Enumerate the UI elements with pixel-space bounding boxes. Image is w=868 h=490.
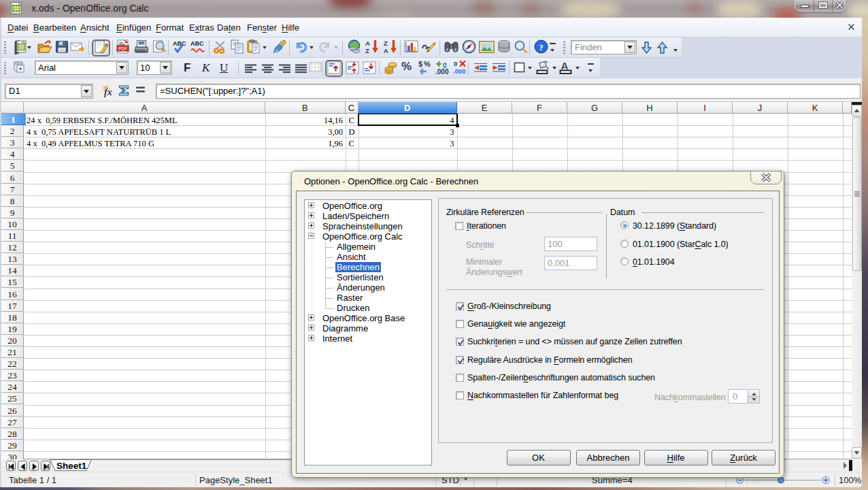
svg-text:PDF: PDF (118, 46, 127, 51)
svg-text:A: A (561, 61, 569, 71)
svg-text:A: A (384, 47, 388, 54)
svg-text:.000: .000 (453, 67, 466, 75)
svg-text:0: 0 (454, 60, 457, 67)
svg-text:ABC: ABC (173, 40, 186, 47)
svg-text:?: ? (539, 42, 544, 52)
svg-text:Z: Z (365, 47, 369, 54)
svg-text:ABC: ABC (190, 40, 204, 47)
svg-text:%: % (424, 60, 431, 68)
svg-text:fx: fx (104, 87, 112, 97)
svg-text:$: $ (418, 60, 422, 68)
svg-text:.000: .000 (435, 68, 449, 76)
svg-text:A: A (365, 39, 370, 47)
svg-text:Z: Z (384, 39, 388, 47)
